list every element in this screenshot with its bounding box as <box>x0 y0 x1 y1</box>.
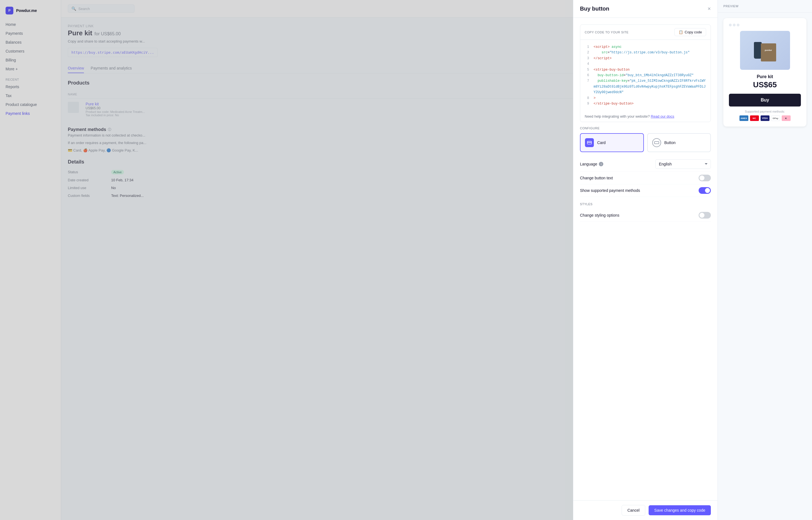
configure-section: CONFIGURE Card Button <box>580 127 711 197</box>
change-styling-toggle[interactable] <box>699 212 711 218</box>
preview-dot-1 <box>729 24 732 26</box>
card-option-label: Card <box>597 140 606 145</box>
change-styling-label: Change styling options <box>580 213 619 217</box>
preview-card-dots <box>729 24 801 26</box>
language-info-icon[interactable]: i <box>599 162 603 166</box>
preview-product-img-inner: purdur <box>740 31 790 70</box>
change-button-text-toggle[interactable] <box>699 175 711 181</box>
product-box-text: purdur <box>761 43 776 51</box>
language-select[interactable]: English French German Spanish <box>655 159 711 169</box>
config-row-change-button-text: Change button text <box>580 172 711 184</box>
svg-rect-1 <box>587 142 592 142</box>
button-icon-inner <box>654 141 659 144</box>
preview-dot-2 <box>733 24 735 26</box>
code-line-5: 5 <stripe-buy-button <box>585 67 706 73</box>
payment-icon-amex: AMEX <box>739 115 748 121</box>
change-button-text-label: Change button text <box>580 176 613 180</box>
product-box: purdur <box>761 43 776 61</box>
code-line-2: 2 src="https://js.stripe.com/v3/buy-butt… <box>585 50 706 55</box>
modal-header: Buy button × <box>573 0 718 18</box>
config-row-show-payment-methods: Show supported payment methods <box>580 184 711 197</box>
preview-body: purdur Pure kit US$65 Buy Supported paym… <box>718 12 812 520</box>
preview-product-price: US$65 <box>729 80 801 89</box>
code-header-label: COPY CODE TO YOUR SITE <box>585 31 628 34</box>
preview-payment-methods-label: Supported payment methods: <box>729 110 801 113</box>
preview-dot-3 <box>737 24 739 26</box>
code-block: COPY CODE TO YOUR SITE 📋 Copy code 1 <sc… <box>580 24 711 122</box>
save-changes-button[interactable]: Save changes and copy code <box>649 505 711 515</box>
modal-close-button[interactable]: × <box>707 5 711 12</box>
code-line-3: 3 </script> <box>585 56 706 61</box>
config-row-change-styling: Change styling options <box>580 209 711 222</box>
config-row-language: Language i English French German Spanish <box>580 157 711 172</box>
configure-label: CONFIGURE <box>580 127 711 130</box>
copy-icon: 📋 <box>679 30 683 34</box>
button-option-icon <box>652 138 661 147</box>
preview-product-image: purdur <box>740 31 790 70</box>
cancel-button[interactable]: Cancel <box>622 505 646 516</box>
code-line-7: 7 publishable-key="pk_live_51IMIowCkngdA… <box>585 78 706 95</box>
styles-section: STYLES Change styling options <box>580 203 711 222</box>
button-option-label: Button <box>665 140 676 145</box>
preview-panel: PREVIEW pu <box>718 0 812 520</box>
help-text: Need help integrating with your website?… <box>580 111 710 122</box>
code-line-9: 9 </stripe-buy-button> <box>585 101 706 106</box>
payment-icon-gpay: GPay <box>771 115 780 121</box>
config-option-card[interactable]: Card <box>580 133 644 152</box>
code-header: COPY CODE TO YOUR SITE 📋 Copy code <box>580 25 710 40</box>
modal-footer: Cancel Save changes and copy code <box>573 500 718 520</box>
preview-product-name: Pure kit <box>729 74 801 79</box>
product-bottle <box>754 42 762 59</box>
product-visual: purdur <box>751 38 779 63</box>
copy-code-label: Copy code <box>685 30 702 34</box>
show-payment-methods-toggle[interactable] <box>699 187 711 194</box>
payment-icon-klarna: K <box>782 115 791 121</box>
preview-card: purdur Pure kit US$65 Buy Supported paym… <box>723 18 807 127</box>
code-line-6: 6 buy-button-id="buy_btn_1Mb4lhCkngdAZZz… <box>585 73 706 78</box>
styles-label: STYLES <box>580 203 711 206</box>
modal-panel: Buy button × COPY CODE TO YOUR SITE 📋 Co… <box>573 0 718 520</box>
preview-payment-icons: AMEX MC VISA GPay K <box>729 115 801 121</box>
payment-icon-visa: VISA <box>761 115 769 121</box>
code-line-1: 1 <script> async <box>585 44 706 50</box>
config-option-button[interactable]: Button <box>647 133 711 152</box>
modal-body: COPY CODE TO YOUR SITE 📋 Copy code 1 <sc… <box>573 18 718 500</box>
code-line-8: 8 > <box>585 95 706 101</box>
change-button-text-slider <box>699 175 711 181</box>
app-layout: P Powdur.me Home Payments Balances Custo… <box>0 0 812 520</box>
preview-header: PREVIEW <box>718 0 812 12</box>
preview-buy-button[interactable]: Buy <box>729 94 801 106</box>
modal-backdrop[interactable] <box>0 0 573 520</box>
show-payment-methods-label: Show supported payment methods <box>580 188 640 193</box>
card-option-icon <box>585 138 594 147</box>
code-content: 1 <script> async 2 src="https://js.strip… <box>580 40 710 111</box>
preview-label: PREVIEW <box>723 4 807 8</box>
read-our-docs-link[interactable]: Read our docs <box>651 114 674 119</box>
show-payment-methods-slider <box>699 187 711 194</box>
language-label: Language i <box>580 162 603 166</box>
modal-overlay: Buy button × COPY CODE TO YOUR SITE 📋 Co… <box>0 0 812 520</box>
code-line-4: 4 <box>585 61 706 67</box>
change-styling-slider <box>699 212 711 218</box>
copy-code-button[interactable]: 📋 Copy code <box>674 28 706 36</box>
card-icon <box>587 140 592 145</box>
config-options: Card Button <box>580 133 711 152</box>
payment-icon-mastercard: MC <box>750 115 759 121</box>
modal-title: Buy button <box>580 5 609 12</box>
